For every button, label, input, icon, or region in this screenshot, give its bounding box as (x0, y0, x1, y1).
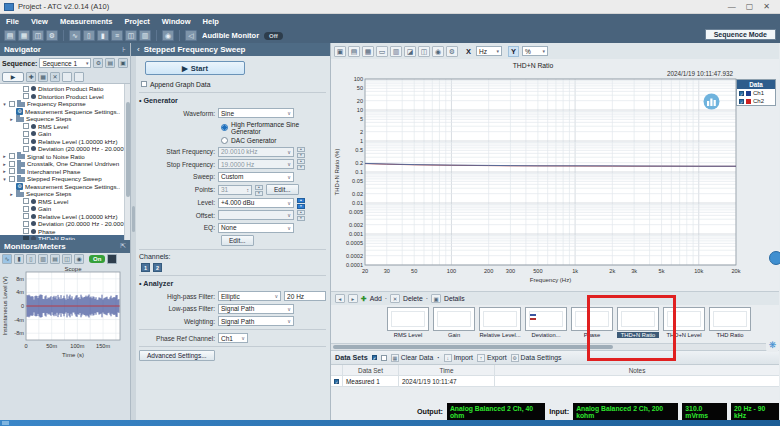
graph-settings-icon[interactable]: ⚙ (446, 46, 458, 57)
signal-monitor-icon[interactable]: ∿ (69, 30, 81, 41)
details-button[interactable]: Details (444, 295, 465, 302)
import-button[interactable]: ↓Import (444, 354, 473, 362)
sequence-select[interactable]: Sequence 1▾ (39, 58, 91, 68)
tree-item-checkbox[interactable] (9, 101, 15, 107)
tree-expand-icon[interactable]: ▸ (2, 153, 7, 159)
analyzer-high-passfilter-select[interactable]: Elliptic∨ (218, 291, 281, 301)
points-edit-button[interactable]: Edit... (266, 184, 299, 195)
move-up-icon[interactable] (62, 72, 72, 82)
tree-item[interactable]: Deviation (20.0000 Hz - 20.000 (0, 220, 124, 228)
generator-sweep-select[interactable]: Custom∨ (218, 172, 294, 182)
spinner-control[interactable]: ▴▾ (255, 185, 263, 195)
spinner-control[interactable]: ▴▾ (297, 159, 305, 169)
spin-up-icon[interactable]: ▴ (297, 147, 305, 152)
spinner-control[interactable]: ▴▾ (297, 147, 305, 157)
fft-view-icon[interactable]: ▥ (38, 254, 48, 264)
level-meters-icon[interactable]: ▮ (14, 254, 24, 264)
generator-offset-input[interactable]: ∨ (218, 210, 294, 220)
data-settings-button[interactable]: ⚙Data Settings (511, 354, 562, 362)
result-tile-deviation-[interactable]: Deviation... (525, 307, 567, 338)
bandwidth-status-badge[interactable]: 20 Hz - 90 kHz (731, 403, 779, 420)
clear-data-button[interactable]: ▦Clear Data (391, 354, 434, 362)
spin-up-icon[interactable]: ▴ (255, 185, 263, 190)
save-icon[interactable]: ◫ (32, 30, 44, 41)
level-monitor-icon[interactable]: ▯ (83, 30, 95, 41)
edge-helper-icon[interactable] (769, 251, 780, 265)
speaker-icon[interactable]: ◁ (185, 30, 197, 41)
tree-item-checkbox[interactable] (23, 206, 29, 212)
monitors-off-toggle[interactable] (107, 254, 117, 264)
tree-item-checkbox[interactable] (9, 161, 15, 167)
legend-checkbox[interactable]: ✓ (739, 99, 744, 104)
spin-up-icon[interactable]: ▴ (297, 210, 305, 215)
tree-expand-icon[interactable]: ▾ (2, 101, 7, 107)
tree-item-checkbox[interactable] (23, 86, 29, 92)
tile-rows-icon[interactable]: ▤ (348, 46, 360, 57)
analyzer-weighting-select[interactable]: Signal Path∨ (218, 316, 294, 326)
paw-icon[interactable]: ❋ (766, 339, 779, 352)
tree-item-checkbox[interactable] (23, 236, 29, 240)
dac-generator-radio[interactable] (221, 137, 228, 144)
menu-item-help[interactable]: Help (203, 17, 219, 26)
generator-level-select[interactable]: +4.000 dBu∨ (218, 198, 294, 208)
spin-down-icon[interactable]: ▾ (297, 204, 305, 209)
back-icon[interactable]: ‹ (137, 45, 140, 54)
tree-expand-icon[interactable]: ▾ (2, 176, 7, 182)
advanced-settings-button[interactable]: Advanced Settings... (139, 350, 215, 361)
monitors-on-toggle[interactable]: On (89, 255, 105, 263)
menu-item-file[interactable]: File (6, 17, 19, 26)
tree-item-checkbox[interactable] (9, 153, 15, 159)
tree-item[interactable]: Phase (0, 228, 124, 236)
export-button[interactable]: ↑Export (477, 354, 507, 362)
new-sequence-icon[interactable]: ▣ (118, 58, 128, 68)
tree-item[interactable]: Gain (0, 205, 124, 213)
scope-view-icon[interactable]: ∿ (2, 254, 12, 264)
sequence-settings-icon[interactable]: ⚙ (93, 58, 103, 68)
tree-expand-icon[interactable]: ▸ (2, 161, 7, 167)
scroll-tiles-right-icon[interactable]: ▸ (348, 294, 358, 303)
sequence-mode-button[interactable]: Sequence Mode (705, 29, 776, 40)
generator-section-header[interactable]: • Generator (139, 96, 326, 105)
tiles-scrollbar[interactable] (331, 343, 779, 350)
bar-meters-icon[interactable]: ▯ (26, 254, 36, 264)
scope-monitor-icon[interactable]: ◉ (162, 30, 174, 41)
legend-checkbox[interactable]: ✓ (739, 91, 744, 96)
input-status-badge[interactable]: Analog Balanced 2 Ch, 200 kohm (573, 403, 678, 420)
tree-item-checkbox[interactable] (23, 93, 29, 99)
spin-up-icon[interactable]: ▴ (297, 159, 305, 164)
fft-monitor-icon[interactable]: ▥ (139, 30, 151, 41)
pin-icon[interactable]: ⊦ (122, 46, 126, 54)
tree-item-checkbox[interactable] (23, 131, 29, 137)
tree-item-checkbox[interactable] (9, 176, 15, 182)
channel-1-button[interactable]: 1 (141, 263, 150, 272)
eq-edit-button[interactable]: Edit... (221, 235, 254, 246)
level-status-badge[interactable]: 310.0 mVrms (682, 403, 727, 420)
generator-points-input[interactable]: 31↕ (218, 185, 252, 195)
delete-step-icon[interactable]: ✕ (50, 72, 60, 82)
tree-expand-icon[interactable]: ▸ (2, 168, 7, 174)
copy-graph-icon[interactable]: ▣ (334, 46, 346, 57)
delete-result-button[interactable]: Delete (403, 295, 423, 302)
menu-item-view[interactable]: View (31, 17, 48, 26)
x-unit-select[interactable]: Hz▾ (476, 46, 502, 56)
tree-item[interactable]: ▸Sequence Steps (0, 190, 124, 198)
meter-bars-icon[interactable]: ▮ (97, 30, 109, 41)
minimize-button[interactable]: — (728, 2, 736, 11)
add-result-button[interactable]: Add (370, 295, 382, 302)
row-checkbox[interactable]: ✓ (334, 379, 339, 384)
table-row[interactable]: ✓Measured 12024/1/19 10:11:47 (331, 376, 779, 387)
tree-item[interactable]: RMS Level (0, 123, 124, 131)
numeric-view-icon[interactable]: ▤ (50, 254, 60, 264)
start-button[interactable]: ▶ Start (145, 61, 245, 75)
close-button[interactable]: ✕ (763, 2, 770, 11)
table-view-icon[interactable]: ▥ (390, 46, 402, 57)
high-performance-radio[interactable] (221, 124, 228, 131)
move-down-icon[interactable] (74, 72, 84, 82)
result-tile-relative-level-[interactable]: Relative Level... (479, 307, 521, 338)
tree-item[interactable]: THD+N Ratio (0, 235, 124, 240)
menu-item-window[interactable]: Window (162, 17, 191, 26)
table-menu-icon[interactable]: ◪ (404, 46, 416, 57)
waveform-select[interactable]: Sine∨ (218, 108, 294, 118)
tree-item[interactable]: ▸Sequence Steps (0, 115, 124, 123)
generator-stopfrequency-input[interactable]: 19.0000 Hz∨ (218, 159, 294, 169)
